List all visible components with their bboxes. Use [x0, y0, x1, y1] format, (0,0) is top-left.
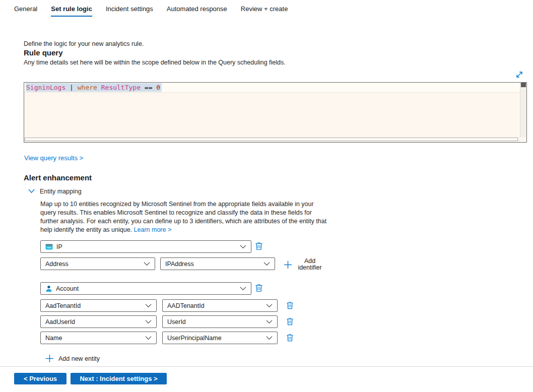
- expand-icon: [515, 72, 524, 81]
- entity-type-value: Account: [56, 285, 240, 292]
- entity-mapping-description-text: Map up to 10 entities recognized by Micr…: [40, 201, 326, 233]
- identifier-value: Name: [45, 335, 145, 342]
- footer-divider: [0, 366, 533, 367]
- identifier-value: AadTenantId: [45, 302, 145, 309]
- identifier-value: Address: [45, 260, 144, 268]
- chevron-down-icon: [28, 187, 35, 196]
- value-value: AADTenantId: [167, 302, 266, 309]
- chevron-down-icon: [240, 285, 246, 292]
- tab-set-rule-logic[interactable]: Set rule logic: [51, 5, 92, 17]
- entity-type-dropdown-account[interactable]: Account: [40, 282, 251, 295]
- plus-icon: [45, 354, 54, 363]
- query-token-keyword: where: [78, 84, 97, 91]
- identifier-dropdown[interactable]: AadUserId: [40, 315, 157, 328]
- delete-entity-button[interactable]: [254, 284, 263, 293]
- delete-identifier-button[interactable]: [285, 334, 294, 343]
- trash-icon: [286, 336, 294, 343]
- chevron-down-icon: [266, 335, 273, 342]
- trash-icon: [286, 319, 294, 327]
- chevron-down-icon: [144, 260, 150, 268]
- editor-horizontal-scrollbar-thumb[interactable]: [25, 138, 518, 141]
- identifier-dropdown[interactable]: Address: [40, 257, 155, 270]
- editor-horizontal-scrollbar[interactable]: [24, 137, 520, 142]
- rule-query-heading: Rule query: [24, 48, 63, 57]
- query-selection: SigninLogs | where ResultType == 0: [26, 83, 162, 92]
- entity-type-dropdown-ip[interactable]: IP: [40, 240, 251, 253]
- expand-editor-button[interactable]: [515, 70, 524, 79]
- trash-icon: [255, 244, 263, 252]
- identifier-dropdown[interactable]: AadTenantId: [40, 299, 157, 312]
- chevron-down-icon: [266, 302, 273, 309]
- value-dropdown[interactable]: UserId: [162, 315, 278, 328]
- account-entity-icon: [45, 285, 52, 292]
- trash-icon: [255, 286, 263, 294]
- plus-icon: [284, 260, 292, 269]
- tab-general[interactable]: General: [14, 5, 37, 17]
- query-token-field: ResultType: [101, 84, 141, 91]
- intro-text: Define the logic for your new analytics …: [24, 40, 144, 47]
- view-query-results-link[interactable]: View query results >: [24, 154, 83, 162]
- query-editor[interactable]: SigninLogs | where ResultType == 0: [24, 82, 527, 143]
- learn-more-link[interactable]: Learn more >: [134, 226, 172, 233]
- value-value: UserPrincipalName: [167, 335, 266, 342]
- query-token-operator: ==: [145, 84, 153, 91]
- add-new-entity-button[interactable]: Add new entity: [45, 354, 100, 363]
- identifier-value: AadUserId: [45, 318, 145, 325]
- identifier-dropdown[interactable]: Name: [40, 332, 157, 344]
- entity-mapping-label: Entity mapping: [40, 188, 82, 195]
- value-dropdown[interactable]: AADTenantId: [162, 299, 278, 312]
- add-identifier-button[interactable]: Add identifier: [284, 258, 323, 271]
- query-token-value: 0: [156, 84, 160, 91]
- wizard-tab-bar: General Set rule logic Incident settings…: [14, 5, 288, 17]
- delete-identifier-button[interactable]: [285, 301, 294, 311]
- delete-entity-button[interactable]: [254, 242, 263, 251]
- chevron-down-icon: [263, 260, 270, 268]
- rule-query-subtitle: Any time details set here will be within…: [24, 59, 286, 66]
- value-value: IPAddress: [165, 260, 263, 268]
- previous-button[interactable]: < Previous: [14, 373, 66, 384]
- tab-review-create[interactable]: Review + create: [241, 5, 288, 17]
- chevron-down-icon: [266, 318, 273, 325]
- tab-incident-settings[interactable]: Incident settings: [106, 5, 153, 17]
- entity-mapping-description: Map up to 10 entities recognized by Micr…: [40, 200, 330, 234]
- chevron-down-icon: [240, 243, 246, 250]
- chevron-down-icon: [145, 318, 152, 325]
- entity-mapping-expander[interactable]: Entity mapping: [28, 187, 82, 196]
- trash-icon: [286, 303, 294, 311]
- chevron-down-icon: [145, 302, 152, 309]
- entity-type-value: IP: [56, 243, 240, 250]
- alert-enhancement-heading: Alert enhancement: [24, 173, 92, 182]
- add-new-entity-label: Add new entity: [58, 355, 100, 362]
- ip-entity-icon: [45, 244, 53, 250]
- query-token-table: SigninLogs: [26, 84, 65, 91]
- tab-automated-response[interactable]: Automated response: [167, 5, 227, 17]
- value-dropdown[interactable]: UserPrincipalName: [162, 332, 278, 344]
- value-dropdown[interactable]: IPAddress: [160, 257, 275, 270]
- query-token-pipe: |: [70, 84, 74, 91]
- editor-vertical-scrollbar[interactable]: [520, 83, 526, 137]
- chevron-down-icon: [145, 335, 152, 342]
- next-incident-settings-button[interactable]: Next : Incident settings >: [71, 373, 167, 384]
- query-code-line: SigninLogs | where ResultType == 0: [26, 84, 162, 92]
- delete-identifier-button[interactable]: [285, 317, 294, 327]
- value-value: UserId: [167, 318, 266, 325]
- editor-vertical-scrollbar-thumb[interactable]: [521, 83, 526, 87]
- set-rule-logic-page: General Set rule logic Incident settings…: [0, 0, 533, 392]
- add-identifier-label: Add identifier: [297, 258, 323, 271]
